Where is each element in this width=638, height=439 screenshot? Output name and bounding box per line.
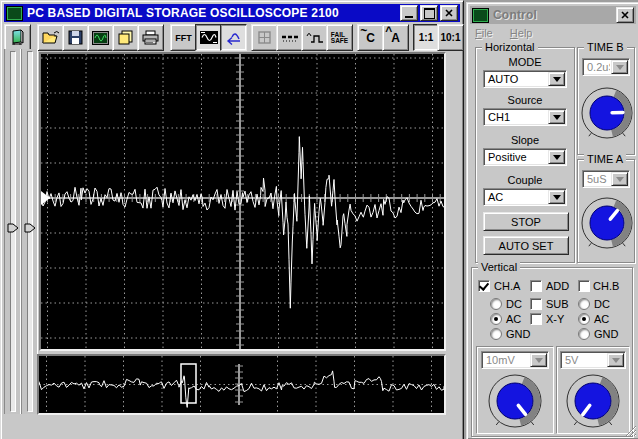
step-wave-button[interactable] bbox=[301, 24, 328, 51]
auto-set-button[interactable]: AUTO SET bbox=[483, 236, 569, 255]
probe-1to1-button[interactable]: 1:1 bbox=[413, 24, 439, 51]
waveform-display-button[interactable] bbox=[195, 24, 222, 51]
grid-frame-icon bbox=[257, 30, 272, 45]
caret-accent-icon: ^ bbox=[385, 24, 392, 38]
a-label: A bbox=[391, 31, 400, 45]
time-a-knob[interactable] bbox=[576, 192, 638, 256]
chb-ac-radio[interactable] bbox=[578, 313, 590, 325]
add-label: ADD bbox=[546, 280, 569, 292]
sub-checkbox[interactable] bbox=[530, 298, 542, 310]
chevron-down-icon bbox=[612, 358, 620, 363]
control-window: Control File Help Horizontal MODE AUTO S… bbox=[466, 2, 638, 439]
cha-scale-combo-arrow[interactable] bbox=[530, 353, 547, 367]
control-titlebar[interactable]: Control bbox=[470, 6, 636, 24]
dotted-line-icon bbox=[281, 33, 299, 43]
chb-gnd-radio[interactable] bbox=[578, 328, 590, 340]
time-b-group: TIME B 0.2uS bbox=[577, 47, 635, 155]
cha-gnd-radio[interactable] bbox=[490, 328, 502, 340]
probe-10to1-button[interactable]: 10:1 bbox=[437, 24, 464, 51]
time-a-combo[interactable]: 5uS bbox=[582, 170, 630, 188]
tilde-accent-icon: ~ bbox=[360, 24, 367, 38]
print-button[interactable] bbox=[137, 24, 164, 51]
chevron-down-icon bbox=[553, 77, 561, 82]
open-folder-icon bbox=[42, 30, 60, 45]
cha-ac-radio[interactable] bbox=[490, 313, 502, 325]
slope-label: Slope bbox=[476, 134, 574, 146]
add-checkbox[interactable] bbox=[530, 280, 542, 292]
slope-combo[interactable]: Positive bbox=[483, 148, 567, 166]
cha-checkbox[interactable] bbox=[478, 280, 490, 292]
time-b-combo-arrow[interactable] bbox=[611, 60, 628, 74]
position-slider-a[interactable] bbox=[4, 49, 21, 414]
minimize-button[interactable] bbox=[400, 5, 418, 21]
chevron-down-icon bbox=[553, 155, 561, 160]
menu-help[interactable]: Help bbox=[510, 27, 533, 39]
horizontal-group-label: Horizontal bbox=[482, 41, 538, 53]
dotted-line-button[interactable] bbox=[276, 24, 303, 51]
chb-dc-radio[interactable] bbox=[578, 298, 590, 310]
cha-label: CH.A bbox=[494, 280, 520, 292]
fft-button[interactable]: FFT bbox=[170, 24, 197, 51]
main-scope-display bbox=[39, 52, 446, 351]
fft-label: FFT bbox=[175, 33, 192, 43]
cha-gain-knob[interactable] bbox=[483, 369, 547, 435]
maximize-button[interactable] bbox=[420, 5, 438, 21]
time-a-group: TIME A 5uS bbox=[577, 159, 635, 263]
close-button[interactable] bbox=[440, 5, 458, 21]
menu-file[interactable]: File bbox=[475, 27, 493, 39]
slope-combo-arrow[interactable] bbox=[548, 150, 565, 164]
cha-panel: 10mV bbox=[476, 346, 554, 434]
overview-strip-display[interactable] bbox=[37, 354, 446, 415]
copy-button[interactable] bbox=[112, 24, 139, 51]
main-titlebar[interactable]: PC BASED DIGITAL STORAGE OSCILLOSCOPE 21… bbox=[4, 4, 460, 22]
xy-checkbox[interactable] bbox=[530, 313, 542, 325]
mode-combo-arrow[interactable] bbox=[548, 72, 565, 86]
position-slider-b[interactable] bbox=[21, 49, 38, 414]
chb-scale-combo-arrow[interactable] bbox=[607, 353, 624, 367]
time-a-combo-arrow[interactable] bbox=[611, 172, 628, 186]
chb-scale-combo[interactable]: 5V bbox=[560, 351, 626, 369]
cha-scale-combo[interactable]: 10mV bbox=[481, 351, 549, 369]
source-combo-arrow[interactable] bbox=[548, 110, 565, 124]
mode-label: MODE bbox=[476, 56, 574, 68]
control-app-icon bbox=[472, 8, 489, 23]
couple-combo-arrow[interactable] bbox=[548, 190, 565, 204]
exit-door-icon bbox=[9, 29, 26, 46]
shift-left-button[interactable] bbox=[220, 24, 247, 51]
ratio-1to1-label: 1:1 bbox=[419, 32, 433, 43]
couple-label: Couple bbox=[476, 174, 574, 186]
open-button[interactable] bbox=[37, 24, 64, 51]
save-button[interactable] bbox=[62, 24, 89, 51]
slider-b-thumb[interactable] bbox=[24, 223, 36, 233]
cha-dc-radio[interactable] bbox=[490, 298, 502, 310]
exit-button[interactable] bbox=[4, 24, 31, 51]
time-b-combo[interactable]: 0.2uS bbox=[582, 58, 630, 76]
floppy-disk-icon bbox=[68, 30, 83, 45]
source-combo[interactable]: CH1 bbox=[483, 108, 567, 126]
chevron-down-icon bbox=[553, 195, 561, 200]
mode-combo[interactable]: AUTO bbox=[483, 70, 567, 88]
resize-grip[interactable] bbox=[624, 424, 637, 437]
stop-button[interactable]: STOP bbox=[483, 212, 569, 231]
horizontal-group: Horizontal MODE AUTO Source CH1 Slope Po… bbox=[475, 47, 575, 263]
cha-dc-label: DC bbox=[506, 298, 522, 310]
fail-safe-button[interactable]: FAIL SAFE bbox=[326, 24, 353, 51]
printer-icon bbox=[142, 30, 159, 45]
cha-ac-label: AC bbox=[506, 313, 521, 325]
control-close-button[interactable] bbox=[616, 7, 634, 23]
chb-checkbox[interactable] bbox=[578, 280, 590, 292]
chb-gain-knob[interactable] bbox=[561, 369, 625, 435]
capture-button[interactable] bbox=[87, 24, 114, 51]
time-b-label: TIME B bbox=[584, 41, 627, 53]
chevron-down-icon bbox=[616, 177, 624, 182]
fail-safe-label-2: SAFE bbox=[331, 38, 348, 44]
time-b-knob[interactable] bbox=[576, 82, 638, 146]
grid-button[interactable] bbox=[251, 24, 278, 51]
scope-screen-icon bbox=[92, 31, 109, 45]
slider-a-thumb[interactable] bbox=[7, 223, 19, 233]
coupling-c-button[interactable]: ~C bbox=[357, 24, 384, 51]
coupling-a-button[interactable]: ^A bbox=[382, 24, 409, 51]
couple-combo[interactable]: AC bbox=[483, 188, 567, 206]
cha-gnd-label: GND bbox=[506, 328, 530, 340]
sub-label: SUB bbox=[546, 298, 569, 310]
